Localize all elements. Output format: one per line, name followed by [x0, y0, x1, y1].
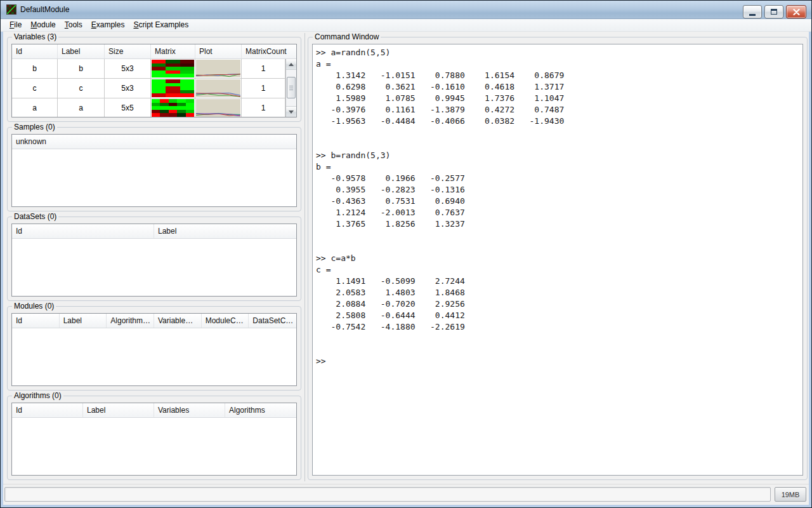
column-header-size[interactable]: Size — [105, 44, 151, 58]
column-header-matrix[interactable]: Matrix — [151, 44, 195, 58]
matrix-heatmap — [152, 79, 194, 97]
column-header-label[interactable]: Label — [154, 224, 296, 238]
datasets-table: Id Label — [11, 224, 297, 297]
modules-groupbox: Modules (0) Id Label AlgorithmC... Varia… — [7, 306, 301, 391]
client-area: Variables (3) Id Label Size Matrix Plot … — [3, 32, 809, 484]
arrow-up-icon — [289, 63, 294, 66]
command-window-console[interactable]: >> a=randn(5,5) a = 1.3142 -1.0151 0.788… — [312, 44, 803, 476]
menu-examples[interactable]: Examples — [87, 19, 129, 31]
column-header-id[interactable]: Id — [12, 314, 60, 328]
column-header-label[interactable]: Label — [60, 314, 107, 328]
modules-empty-body — [12, 328, 296, 385]
matrix-plot-thumbnail — [196, 99, 240, 117]
variables-groupbox: Variables (3) Id Label Size Matrix Plot … — [7, 37, 301, 122]
cell-id: c — [12, 79, 58, 98]
title-bar: DefaultModule — [1, 1, 811, 19]
cell-matrixcount: 1 — [242, 59, 285, 78]
variables-table-header: Id Label Size Matrix Plot MatrixCount — [12, 44, 296, 59]
scrollbar-thumb[interactable] — [287, 77, 296, 98]
cell-label: c — [58, 79, 105, 98]
menu-module[interactable]: Module — [26, 19, 60, 31]
samples-groupbox: Samples (0) unknown — [7, 127, 301, 211]
datasets-title: DataSets (0) — [12, 212, 58, 222]
cell-label: a — [58, 98, 105, 117]
variables-title: Variables (3) — [12, 32, 58, 42]
cell-size: 5x3 — [105, 59, 151, 78]
cell-size: 5x3 — [105, 79, 151, 98]
menu-bar: File Module Tools Examples Script Exampl… — [1, 19, 811, 32]
samples-title: Samples (0) — [12, 123, 57, 132]
cell-matrixcount: 1 — [242, 79, 285, 98]
algorithms-title: Algorithms (0) — [12, 391, 63, 401]
column-header-algorithmcount[interactable]: AlgorithmC... — [107, 314, 154, 328]
samples-table: unknown — [11, 134, 297, 207]
window-controls — [743, 5, 811, 18]
close-icon — [793, 9, 800, 15]
table-row-c[interactable]: c c 5x3 1 — [12, 79, 285, 98]
column-header-plot[interactable]: Plot — [195, 44, 242, 58]
column-header-variablecount[interactable]: VariableCo... — [154, 314, 202, 328]
command-window-title: Command Window — [313, 32, 381, 42]
cell-label: b — [58, 59, 105, 78]
modules-title: Modules (0) — [12, 302, 56, 311]
column-header-id[interactable]: Id — [12, 224, 154, 238]
app-icon — [6, 4, 16, 15]
column-header-id[interactable]: Id — [12, 403, 83, 417]
minimize-button[interactable] — [743, 5, 762, 18]
left-panel: Variables (3) Id Label Size Matrix Plot … — [4, 32, 303, 483]
datasets-empty-body — [12, 239, 296, 296]
datasets-groupbox: DataSets (0) Id Label — [7, 217, 301, 301]
minimize-icon — [749, 14, 756, 16]
column-header-unknown[interactable]: unknown — [12, 135, 296, 149]
cell-size: 5x5 — [105, 98, 151, 117]
matrix-plot-thumbnail — [196, 79, 240, 97]
menu-script-examples[interactable]: Script Examples — [129, 19, 193, 31]
variables-rows: b b 5x3 1 c c 5x3 — [12, 59, 285, 117]
variables-scrollbar[interactable] — [285, 59, 296, 117]
command-output: >> a=randn(5,5) a = 1.3142 -1.0151 0.788… — [313, 44, 802, 367]
table-row-b[interactable]: b b 5x3 1 — [12, 59, 285, 79]
memory-indicator[interactable]: 19MB — [775, 487, 806, 502]
scroll-down-button[interactable] — [286, 106, 296, 117]
modules-table: Id Label AlgorithmC... VariableCo... Mod… — [11, 313, 297, 386]
algorithms-empty-body — [12, 418, 296, 475]
cell-matrixcount: 1 — [242, 98, 285, 117]
app-window: DefaultModule File Module Tools Examples… — [0, 0, 812, 508]
window-title: DefaultModule — [20, 5, 69, 14]
column-header-matrixcount[interactable]: MatrixCount — [242, 44, 296, 58]
menu-tools[interactable]: Tools — [60, 19, 87, 31]
matrix-heatmap — [152, 99, 194, 117]
command-window-groupbox: Command Window >> a=randn(5,5) a = 1.314… — [308, 37, 808, 480]
arrow-down-icon — [289, 110, 294, 114]
samples-empty-body — [12, 149, 296, 206]
menu-file[interactable]: File — [5, 19, 26, 31]
maximize-button[interactable] — [764, 5, 783, 18]
column-header-modulecount[interactable]: ModuleCount — [202, 314, 249, 328]
maximize-icon — [771, 9, 777, 15]
matrix-plot-thumbnail — [196, 60, 240, 77]
scroll-up-button[interactable] — [286, 59, 296, 70]
status-bar: 19MB — [3, 484, 809, 505]
column-header-algorithms[interactable]: Algorithms — [225, 403, 296, 417]
matrix-heatmap — [152, 60, 194, 77]
column-header-label[interactable]: Label — [58, 44, 105, 58]
status-message-field — [4, 487, 771, 502]
close-button[interactable] — [786, 5, 806, 18]
variables-table: Id Label Size Matrix Plot MatrixCount b — [11, 44, 297, 117]
column-header-datasetcount[interactable]: DataSetCo... — [249, 314, 296, 328]
algorithms-table: Id Label Variables Algorithms — [11, 403, 297, 476]
panel-splitter[interactable] — [303, 32, 308, 483]
cell-id: a — [12, 98, 58, 117]
column-header-label[interactable]: Label — [83, 403, 154, 417]
algorithms-groupbox: Algorithms (0) Id Label Variables Algori… — [7, 396, 301, 480]
table-row-a[interactable]: a a 5x5 1 — [12, 98, 285, 117]
right-panel: Command Window >> a=randn(5,5) a = 1.314… — [308, 32, 809, 483]
cell-id: b — [12, 59, 58, 78]
column-header-variables[interactable]: Variables — [154, 403, 225, 417]
column-header-id[interactable]: Id — [12, 44, 58, 58]
